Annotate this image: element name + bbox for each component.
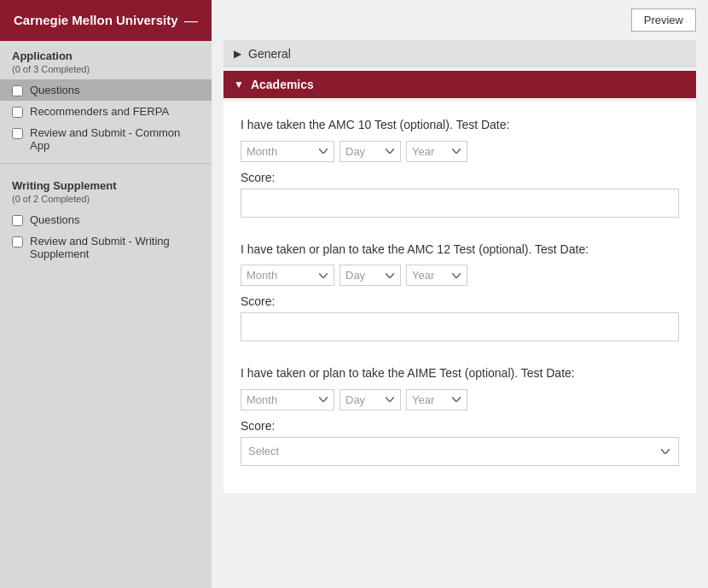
amc12-score-label: Score: xyxy=(241,294,679,308)
application-section-label: Application xyxy=(0,41,212,64)
application-section-sublabel: (0 of 3 Completed) xyxy=(0,64,212,79)
ws-questions-checkbox[interactable] xyxy=(12,215,23,226)
amc12-date-row: Month Day Year xyxy=(241,265,679,286)
amc10-score-input[interactable] xyxy=(241,189,679,218)
writing-supplement-section-label: Writing Supplement xyxy=(0,171,212,194)
sidebar-item-review-common[interactable]: Review and Submit - Common App xyxy=(0,122,212,156)
general-section-header[interactable]: ▶ General xyxy=(223,40,696,67)
amc12-day-select[interactable]: Day xyxy=(339,265,401,286)
sidebar-item-ws-questions[interactable]: Questions xyxy=(0,209,212,230)
amc10-question: I have taken the AMC 10 Test (optional).… xyxy=(241,117,679,230)
amc12-month-select[interactable]: Month xyxy=(241,265,334,286)
sidebar-item-label: Recommenders and FERPA xyxy=(30,105,169,118)
amc10-score-label: Score: xyxy=(241,171,679,184)
amc12-question: I have taken or plan to take the AMC 12 … xyxy=(241,242,679,354)
sidebar-divider xyxy=(0,163,212,164)
aime-score-select[interactable]: Select xyxy=(241,437,679,466)
sidebar-item-label: Review and Submit - Writing Supplement xyxy=(30,235,200,260)
writing-supplement-section-sublabel: (0 of 2 Completed) xyxy=(0,194,212,209)
academics-section-label: Academics xyxy=(251,78,314,91)
questions-checkbox[interactable] xyxy=(12,85,23,96)
content-area: ▶ General ▼ Academics I have taken the A… xyxy=(212,40,708,588)
preview-button[interactable]: Preview xyxy=(631,9,696,32)
aime-day-select[interactable]: Day xyxy=(339,389,401,410)
recommenders-checkbox[interactable] xyxy=(12,107,23,118)
minimize-button[interactable]: — xyxy=(184,14,198,29)
general-section-label: General xyxy=(248,47,291,61)
aime-question: I have taken or plan to take the AIME Te… xyxy=(241,365,679,466)
amc10-day-select[interactable]: Day xyxy=(339,141,401,162)
sidebar-header: Carnegie Mellon University — xyxy=(0,0,212,41)
review-common-checkbox[interactable] xyxy=(12,128,23,139)
sidebar-item-ws-review[interactable]: Review and Submit - Writing Supplement xyxy=(0,230,212,265)
amc12-score-input[interactable] xyxy=(241,312,679,341)
amc10-question-text: I have taken the AMC 10 Test (optional).… xyxy=(241,117,679,134)
university-name: Carnegie Mellon University xyxy=(14,12,178,29)
aime-question-text: I have taken or plan to take the AIME Te… xyxy=(241,365,679,382)
sidebar-item-label: Review and Submit - Common App xyxy=(30,126,200,152)
amc10-month-select[interactable]: Month xyxy=(241,141,334,162)
amc10-year-select[interactable]: Year xyxy=(406,141,467,162)
aime-score-label: Score: xyxy=(241,419,679,433)
form-body: I have taken the AMC 10 Test (optional).… xyxy=(223,102,696,493)
ws-review-checkbox[interactable] xyxy=(12,236,23,247)
academics-section-header[interactable]: ▼ Academics xyxy=(223,71,696,98)
amc12-year-select[interactable]: Year xyxy=(406,265,467,286)
aime-date-row: Month Day Year xyxy=(241,389,679,410)
aime-month-select[interactable]: Month xyxy=(241,389,334,410)
aime-year-select[interactable]: Year xyxy=(406,389,467,410)
topbar: Preview xyxy=(212,0,708,40)
main-content: Preview ▶ General ▼ Academics I have tak… xyxy=(212,0,708,588)
sidebar: Carnegie Mellon University — Application… xyxy=(0,0,212,588)
sidebar-item-label: Questions xyxy=(30,84,80,96)
amc10-date-row: Month Day Year xyxy=(241,141,679,162)
sidebar-item-label: Questions xyxy=(30,213,80,226)
general-arrow: ▶ xyxy=(234,48,241,60)
amc12-question-text: I have taken or plan to take the AMC 12 … xyxy=(241,242,679,259)
sidebar-item-recommenders[interactable]: Recommenders and FERPA xyxy=(0,101,212,122)
sidebar-item-questions[interactable]: Questions xyxy=(0,79,212,101)
academics-arrow: ▼ xyxy=(234,79,244,90)
